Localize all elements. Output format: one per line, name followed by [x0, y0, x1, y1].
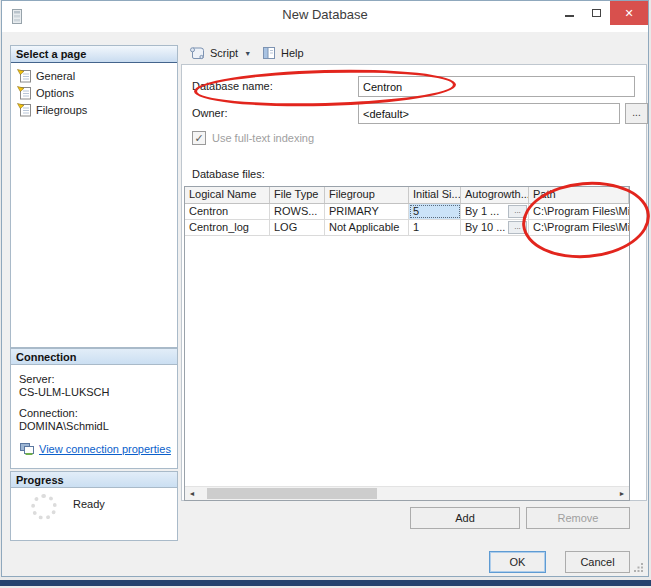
page-icon: [17, 103, 32, 117]
sidebar-item-label: Options: [36, 87, 74, 99]
progress-panel: Progress Ready: [10, 471, 178, 541]
table-row: Centron_log LOG Not Applicable 1 By 10 .…: [185, 220, 629, 236]
cell-filegroup[interactable]: PRIMARY: [325, 204, 409, 219]
cancel-button[interactable]: Cancel: [565, 551, 630, 573]
script-icon: [188, 45, 206, 61]
server-value: CS-ULM-LUKSCH: [19, 386, 177, 399]
cell-path[interactable]: C:\Program Files\Micros: [529, 220, 629, 235]
sidebar-item-filegroups[interactable]: Filegroups: [11, 101, 177, 118]
server-label: Server:: [19, 373, 177, 386]
scrollbar-thumb[interactable]: [207, 488, 377, 499]
close-button[interactable]: ✕: [610, 1, 648, 25]
connection-value: DOMINA\SchmidL: [19, 420, 177, 433]
resize-grip[interactable]: [634, 562, 644, 572]
window-title: New Database: [2, 7, 648, 22]
connection-label: Connection:: [19, 407, 177, 420]
header-autogrowth: Autogrowth...: [461, 187, 529, 203]
connection-properties-icon: [19, 442, 35, 456]
cell-filegroup[interactable]: Not Applicable: [325, 220, 409, 235]
script-label: Script: [210, 47, 238, 59]
select-page-header: Select a page: [11, 46, 177, 63]
add-button[interactable]: Add: [410, 507, 520, 529]
scroll-left-arrow[interactable]: ◄: [185, 487, 199, 500]
progress-header: Progress: [11, 472, 177, 488]
sidebar-item-label: Filegroups: [36, 104, 87, 116]
owner-input[interactable]: [358, 103, 620, 124]
dialog-toolbar: Script ▼ Help: [185, 43, 307, 63]
background-window-edge: [0, 580, 651, 586]
connection-panel: Connection Server: CS-ULM-LUKSCH Connect…: [10, 348, 178, 469]
sidebar-item-label: General: [36, 70, 75, 82]
header-logical-name: Logical Name: [185, 187, 270, 203]
help-button[interactable]: Help: [258, 44, 307, 62]
owner-label: Owner:: [192, 107, 227, 119]
script-dropdown-icon[interactable]: ▼: [244, 50, 251, 57]
owner-browse-button[interactable]: ...: [625, 103, 648, 124]
view-connection-properties-link[interactable]: View connection properties: [39, 443, 171, 456]
screen: New Database ✕ Select a page General Opt…: [0, 0, 651, 588]
script-button[interactable]: Script ▼: [185, 44, 254, 62]
table-row: Centron ROWS... PRIMARY 5 By 1 ...... C:…: [185, 204, 629, 220]
sidebar-item-general[interactable]: General: [11, 67, 177, 84]
header-path: Path: [529, 187, 629, 203]
select-page-panel: Select a page General Options Filegroups: [10, 45, 178, 348]
connection-body: Server: CS-ULM-LUKSCH Connection: DOMINA…: [11, 365, 177, 456]
cell-initial-size-selected[interactable]: 5: [409, 204, 461, 219]
page-tree: General Options Filegroups: [11, 63, 177, 118]
ok-button[interactable]: OK: [489, 551, 546, 573]
database-name-label: Database name:: [192, 80, 273, 92]
progress-spinner-icon: [31, 494, 57, 520]
maximize-button[interactable]: [583, 1, 610, 25]
help-icon: [261, 45, 277, 61]
database-files-grid: Logical Name File Type Filegroup Initial…: [184, 186, 630, 501]
connection-header: Connection: [11, 349, 177, 365]
cell-autogrowth[interactable]: By 1 ......: [461, 204, 529, 219]
autogrowth-browse-button[interactable]: ...: [508, 205, 527, 218]
database-name-input[interactable]: [358, 76, 635, 97]
cell-logical-name[interactable]: Centron: [185, 204, 270, 219]
page-icon: [17, 69, 32, 83]
minimize-button[interactable]: [556, 1, 583, 25]
cell-autogrowth[interactable]: By 10 ......: [461, 220, 529, 235]
fulltext-label: Use full-text indexing: [212, 132, 314, 144]
cell-logical-name[interactable]: Centron_log: [185, 220, 270, 235]
cell-initial-size[interactable]: 1: [409, 220, 461, 235]
cell-file-type[interactable]: ROWS...: [270, 204, 325, 219]
new-database-dialog: New Database ✕ Select a page General Opt…: [1, 0, 649, 577]
horizontal-scrollbar[interactable]: ◄ ►: [185, 486, 629, 500]
header-initial-size: Initial Si...: [409, 187, 461, 203]
progress-body: Ready: [11, 488, 177, 540]
help-label: Help: [281, 47, 304, 59]
progress-status: Ready: [73, 498, 105, 510]
title-bar[interactable]: New Database ✕: [2, 1, 648, 32]
cell-path[interactable]: C:\Program Files\Micros: [529, 204, 629, 219]
fulltext-checkbox[interactable]: ✓: [192, 131, 206, 145]
grid-header-row: Logical Name File Type Filegroup Initial…: [185, 187, 629, 204]
database-files-label: Database files:: [192, 168, 265, 180]
cell-file-type[interactable]: LOG: [270, 220, 325, 235]
page-icon: [17, 86, 32, 100]
header-filegroup: Filegroup: [325, 187, 409, 203]
window-controls: ✕: [556, 1, 648, 25]
header-file-type: File Type: [270, 187, 325, 203]
sidebar-item-options[interactable]: Options: [11, 84, 177, 101]
autogrowth-browse-button[interactable]: ...: [508, 221, 527, 234]
remove-button[interactable]: Remove: [526, 507, 630, 529]
scroll-right-arrow[interactable]: ►: [615, 487, 629, 500]
